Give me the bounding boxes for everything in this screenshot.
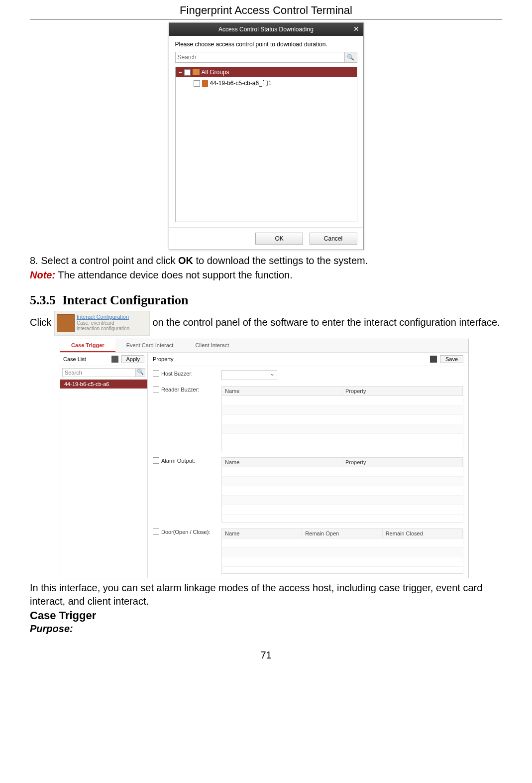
note-line: Note: The attendance device does not sup… xyxy=(30,268,502,282)
download-dialog: Access Control Status Downloading ✕ Plea… xyxy=(169,22,364,250)
save-icon xyxy=(430,356,437,363)
tree-checkbox[interactable] xyxy=(184,69,191,76)
click-line: Click Interact Configuration Case, event… xyxy=(30,311,502,336)
grid-col-name: Name xyxy=(222,458,342,467)
dialog-instruction: Please choose access control point to do… xyxy=(175,41,357,48)
ok-word: OK xyxy=(178,255,193,266)
close-icon[interactable]: ✕ xyxy=(353,25,359,33)
section-title: Interact Configuration xyxy=(62,293,188,307)
grid-col-property: Property xyxy=(342,387,463,395)
host-buzzer-checkbox[interactable] xyxy=(153,370,159,377)
alarm-output-label: Alarm Output: xyxy=(161,458,195,464)
search-icon[interactable]: 🔍 xyxy=(136,368,145,377)
after-shot2-text: In this interface, you can set alarm lin… xyxy=(30,581,502,608)
note-label: Note: xyxy=(30,269,55,280)
door-icon xyxy=(202,80,208,87)
interact-config-button[interactable]: Interact Configuration Case, event/cardi… xyxy=(54,311,150,336)
ok-button[interactable]: OK xyxy=(255,233,303,245)
tree-child-row[interactable]: 44-19-b6-c5-cb-a6_门1 xyxy=(176,77,357,90)
tab-client-interact[interactable]: Client Interact xyxy=(184,339,240,352)
grid-col-property: Property xyxy=(342,458,463,467)
step-text-c: to download the settings to the system. xyxy=(193,255,368,266)
interact-config-screenshot: Case Trigger Event Card Interact Client … xyxy=(60,339,469,578)
property-label: Property xyxy=(153,356,174,362)
tree-root-label: All Groups xyxy=(202,69,229,76)
door-grid[interactable]: Name Remain Open Remain Closed xyxy=(221,528,463,574)
reader-buzzer-checkbox[interactable] xyxy=(153,386,159,392)
cancel-button[interactable]: Cancel xyxy=(310,233,357,245)
door-label: Door(Open / Close): xyxy=(161,529,210,535)
case-list-item[interactable]: 44-19-b6-c5-cb-a6 xyxy=(60,380,147,389)
tree-child-label: 44-19-b6-c5-cb-a6_门1 xyxy=(210,79,272,88)
purpose-label: Purpose: xyxy=(30,623,502,635)
group-tree[interactable]: − All Groups 44-19-b6-c5-cb-a6_门1 xyxy=(175,67,357,222)
door-icon xyxy=(57,314,75,332)
folder-icon xyxy=(193,69,200,75)
door-checkbox[interactable] xyxy=(153,528,159,535)
tree-checkbox[interactable] xyxy=(194,80,200,87)
tree-root-row[interactable]: − All Groups xyxy=(176,67,357,77)
step-text-a: Select a control point and click xyxy=(41,255,178,266)
dialog-title-text: Access Control Status Downloading xyxy=(218,26,314,33)
collapse-icon[interactable]: − xyxy=(179,69,182,76)
section-heading: 5.3.5 Interact Configuration xyxy=(30,293,502,308)
step-8: 8. Select a control point and click OK t… xyxy=(30,254,502,267)
note-text: The attendance device does not support t… xyxy=(55,269,293,280)
page-number: 71 xyxy=(30,650,502,661)
host-buzzer-select[interactable] xyxy=(221,370,277,380)
alarm-output-grid[interactable]: Name Property xyxy=(221,457,463,522)
section-number: 5.3.5 xyxy=(30,293,56,307)
grid-col-remain-closed: Remain Closed xyxy=(383,529,463,538)
search-input[interactable] xyxy=(175,52,345,63)
case-list-label: Case List xyxy=(63,356,86,362)
click-text-b: on the control panel of the software to … xyxy=(150,317,500,328)
grid-col-name: Name xyxy=(222,387,342,395)
dialog-titlebar: Access Control Status Downloading ✕ xyxy=(169,23,363,36)
apply-button[interactable]: Apply xyxy=(121,355,144,363)
reader-buzzer-label: Reader Buzzer: xyxy=(161,387,199,392)
host-buzzer-label: Host Buzzer: xyxy=(161,371,193,377)
tab-event-card-interact[interactable]: Event Card Interact xyxy=(115,339,185,352)
save-button[interactable]: Save xyxy=(440,355,463,363)
tab-case-trigger[interactable]: Case Trigger xyxy=(60,339,115,352)
alarm-output-checkbox[interactable] xyxy=(153,457,159,464)
click-text-a: Click xyxy=(30,317,54,328)
case-search-input[interactable] xyxy=(62,368,136,377)
page-header: Fingerprint Access Control Terminal xyxy=(30,0,502,19)
grid-col-remain-open: Remain Open xyxy=(302,529,382,538)
step-number: 8. xyxy=(30,255,38,266)
icon-title: Interact Configuration xyxy=(77,313,129,321)
search-icon[interactable]: 🔍 xyxy=(345,52,357,63)
case-trigger-heading: Case Trigger xyxy=(30,609,502,622)
tabs-bar: Case Trigger Event Card Interact Client … xyxy=(60,339,468,353)
reader-buzzer-grid[interactable]: Name Property xyxy=(221,386,463,451)
add-icon[interactable] xyxy=(111,356,118,363)
icon-subtitle: Case, event/cardinteraction configuratio… xyxy=(77,320,131,331)
grid-col-name: Name xyxy=(222,529,302,538)
